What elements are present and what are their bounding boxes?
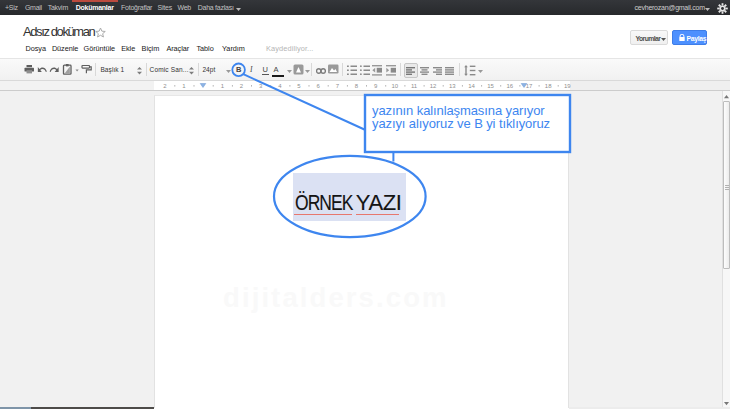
svg-text:15: 15 <box>487 83 494 89</box>
svg-text:16: 16 <box>506 83 513 89</box>
svg-text:19: 19 <box>564 83 571 89</box>
svg-text:13: 13 <box>449 83 456 89</box>
svg-text:10: 10 <box>391 83 398 89</box>
svg-text:14: 14 <box>468 83 475 89</box>
svg-text:18: 18 <box>545 83 552 89</box>
svg-text:12: 12 <box>430 83 437 89</box>
svg-text:11: 11 <box>411 83 418 89</box>
